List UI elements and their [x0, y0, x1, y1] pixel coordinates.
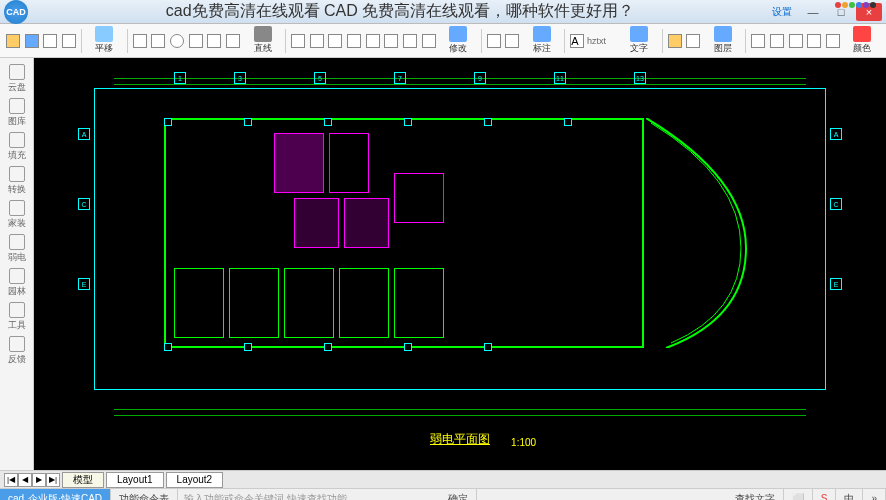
- trim-icon[interactable]: [383, 27, 401, 55]
- undo-icon[interactable]: [60, 27, 78, 55]
- drawing-scale: 1:100: [511, 437, 536, 448]
- rotate-icon[interactable]: [327, 27, 345, 55]
- area-icon[interactable]: [768, 27, 786, 55]
- sidebar-feedback[interactable]: 反馈: [2, 334, 32, 368]
- hatch-icon: [9, 132, 25, 148]
- tab-model[interactable]: 模型: [62, 472, 104, 488]
- color-group[interactable]: 颜色: [843, 26, 882, 56]
- layout-tabs: |◀ ◀ ▶ ▶| 模型 Layout1 Layout2: [0, 470, 886, 488]
- status-bar: cad企业版·快速CAD 功能命令表 输入功能或命令关键词 快速查找功能 确定 …: [0, 488, 886, 500]
- scale-icon[interactable]: [364, 27, 382, 55]
- cad-drawing: 1 3 5 7 9 11 13 A C E A C E: [94, 78, 826, 420]
- open-icon[interactable]: [4, 27, 22, 55]
- text-icon[interactable]: A: [568, 27, 586, 55]
- move-icon[interactable]: [289, 27, 307, 55]
- polyline-icon[interactable]: [206, 27, 224, 55]
- tab-first[interactable]: |◀: [4, 473, 18, 487]
- sidebar-library[interactable]: 图库: [2, 96, 32, 130]
- line-icon[interactable]: [131, 27, 149, 55]
- dim-linear-icon[interactable]: [485, 27, 503, 55]
- find-text[interactable]: 查找文字: [727, 489, 784, 500]
- modify-group[interactable]: 修改: [439, 26, 478, 56]
- edition-label: cad企业版·快速CAD: [0, 489, 111, 500]
- color-purple[interactable]: [863, 2, 869, 8]
- rect-icon[interactable]: [150, 27, 168, 55]
- tab-layout1[interactable]: Layout1: [106, 472, 164, 488]
- circle-icon[interactable]: [168, 27, 186, 55]
- cloud-icon: [9, 64, 25, 80]
- text-group[interactable]: 文字: [620, 26, 659, 56]
- tab-last[interactable]: ▶|: [46, 473, 60, 487]
- copy-icon[interactable]: [308, 27, 326, 55]
- page-title-overlay: cad免费高清在线观看 CAD 免费高清在线观看，哪种软件更好用？: [28, 1, 772, 22]
- color-blue[interactable]: [856, 2, 862, 8]
- feedback-icon: [9, 336, 25, 352]
- sidebar-tools[interactable]: 工具: [2, 300, 32, 334]
- spline-icon[interactable]: [224, 27, 242, 55]
- sidebar-electric[interactable]: 弱电: [2, 232, 32, 266]
- tray-icon-1[interactable]: ⬜: [784, 489, 813, 500]
- dim-align-icon[interactable]: [504, 27, 522, 55]
- hatch-icon[interactable]: [824, 27, 842, 55]
- pan-tool[interactable]: 平移: [85, 26, 124, 56]
- offset-icon[interactable]: [420, 27, 438, 55]
- garden-icon: [9, 268, 25, 284]
- table-icon[interactable]: [805, 27, 823, 55]
- left-sidebar: 云盘 图库 填充 转换 家装 弱电 园林 工具 反馈: [0, 58, 34, 470]
- sidebar-convert[interactable]: 转换: [2, 164, 32, 198]
- color-black[interactable]: [870, 2, 876, 8]
- minimize-button[interactable]: —: [800, 3, 826, 21]
- sidebar-home[interactable]: 家装: [2, 198, 32, 232]
- tab-layout2[interactable]: Layout2: [166, 472, 224, 488]
- tab-next[interactable]: ▶: [32, 473, 46, 487]
- main-area: 云盘 图库 填充 转换 家装 弱电 园林 工具 反馈 1 3 5 7 9 11 …: [0, 58, 886, 470]
- sidebar-cloud[interactable]: 云盘: [2, 62, 32, 96]
- mirror-icon[interactable]: [345, 27, 363, 55]
- measure-icon[interactable]: [749, 27, 767, 55]
- ribbon-toolbar: 平移 直线 修改 标注 A hztxt 文字 图层 颜色: [0, 24, 886, 58]
- color-orange[interactable]: [842, 2, 848, 8]
- tab-prev[interactable]: ◀: [18, 473, 32, 487]
- home-icon: [9, 200, 25, 216]
- settings-link[interactable]: 设置: [772, 5, 792, 19]
- block-icon[interactable]: [787, 27, 805, 55]
- drawing-title: 弱电平面图: [430, 431, 490, 448]
- tools-icon: [9, 302, 25, 318]
- sidebar-hatch[interactable]: 填充: [2, 130, 32, 164]
- color-palette[interactable]: [835, 2, 876, 8]
- tray-icon-2[interactable]: S: [813, 489, 837, 500]
- curved-wall: [646, 118, 766, 348]
- sidebar-garden[interactable]: 园林: [2, 266, 32, 300]
- convert-icon: [9, 166, 25, 182]
- title-bar: CAD cad免费高清在线观看 CAD 免费高清在线观看，哪种软件更好用？ 设置…: [0, 0, 886, 24]
- font-name[interactable]: hztxt: [587, 36, 618, 46]
- line-group[interactable]: 直线: [243, 26, 282, 56]
- layer-prop-icon[interactable]: [684, 27, 702, 55]
- extend-icon[interactable]: [401, 27, 419, 55]
- command-input[interactable]: 输入功能或命令关键词 快速查找功能: [178, 492, 440, 501]
- color-green[interactable]: [849, 2, 855, 8]
- ok-button[interactable]: 确定: [440, 489, 477, 500]
- arc-icon[interactable]: [187, 27, 205, 55]
- app-logo[interactable]: CAD: [4, 0, 28, 24]
- tray-icon-3[interactable]: »: [863, 489, 886, 500]
- tray-ime[interactable]: 中: [836, 489, 863, 500]
- electric-icon: [9, 234, 25, 250]
- dimension-group[interactable]: 标注: [522, 26, 561, 56]
- layer-group[interactable]: 图层: [703, 26, 742, 56]
- drawing-canvas[interactable]: 1 3 5 7 9 11 13 A C E A C E: [34, 58, 886, 470]
- library-icon: [9, 98, 25, 114]
- color-red[interactable]: [835, 2, 841, 8]
- save-icon[interactable]: [23, 27, 41, 55]
- layer-icon[interactable]: [666, 27, 684, 55]
- print-icon[interactable]: [41, 27, 59, 55]
- command-table-button[interactable]: 功能命令表: [111, 489, 178, 500]
